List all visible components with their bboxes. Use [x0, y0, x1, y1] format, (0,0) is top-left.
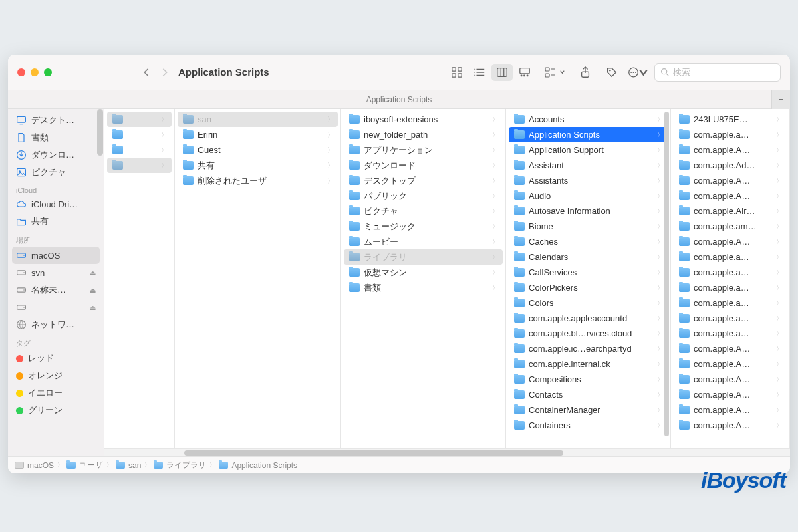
folder-row[interactable]: CallServices〉	[509, 265, 668, 280]
sidebar-item[interactable]: オレンジ	[12, 367, 100, 384]
sidebar-item[interactable]: 書類	[12, 129, 100, 146]
folder-row[interactable]: com.apple.Air…〉	[674, 203, 787, 219]
horizontal-scrollbar[interactable]	[104, 448, 790, 456]
path-segment[interactable]: ユーザ	[79, 460, 103, 471]
folder-row[interactable]: com.apple.A…〉	[674, 188, 787, 203]
close-button[interactable]	[17, 68, 25, 76]
folder-row[interactable]: Guest〉	[178, 142, 338, 158]
folder-row[interactable]: Assistant〉	[509, 158, 668, 173]
folder-row[interactable]: Colors〉	[509, 295, 668, 311]
path-segment[interactable]: ライブラリ	[166, 460, 206, 471]
sidebar-item[interactable]: macOS	[12, 247, 100, 264]
folder-row[interactable]: com.apple.A…〉	[674, 402, 787, 418]
tag-button[interactable]	[601, 64, 622, 81]
folder-row[interactable]: 共有〉	[178, 158, 338, 173]
gallery-view-button[interactable]	[514, 64, 535, 81]
minimize-button[interactable]	[31, 68, 39, 76]
folder-row[interactable]: 書類〉	[344, 280, 503, 295]
sidebar-item[interactable]: デスクト…	[12, 112, 100, 129]
action-menu-button[interactable]	[628, 64, 649, 81]
folder-row[interactable]: 仮想マシン〉	[344, 265, 503, 280]
folder-row[interactable]: ムービー〉	[344, 234, 503, 249]
sidebar-item[interactable]: レッド	[12, 350, 100, 367]
folder-row[interactable]: Calendars〉	[509, 249, 668, 265]
sidebar-item[interactable]: 名称未…⏏	[12, 281, 100, 299]
folder-row[interactable]: com.apple.am…〉	[674, 219, 787, 234]
folder-row[interactable]: Application Support〉	[509, 142, 668, 158]
folder-row[interactable]: com.apple.A…〉	[674, 173, 787, 188]
folder-row[interactable]: new_folder_path〉	[344, 127, 503, 142]
folder-row[interactable]: アプリケーション〉	[344, 142, 503, 158]
sidebar-item[interactable]: グリーン	[12, 402, 100, 419]
folder-row[interactable]: Application Scripts〉	[509, 127, 668, 142]
sidebar-item[interactable]: ダウンロ…	[12, 146, 100, 164]
path-segment[interactable]: san	[128, 461, 141, 470]
folder-row[interactable]: com.apple.a…〉	[674, 311, 787, 326]
eject-icon[interactable]: ⏏	[90, 304, 96, 311]
folder-row[interactable]: com.apple.A…〉	[674, 387, 787, 402]
folder-row[interactable]: ライブラリ〉	[344, 249, 503, 265]
group-by-button[interactable]	[545, 66, 565, 78]
sidebar-item[interactable]: svn⏏	[12, 264, 100, 281]
folder-row[interactable]: ダウンロード〉	[344, 158, 503, 173]
folder-row[interactable]: Biome〉	[509, 219, 668, 234]
list-view-button[interactable]	[469, 64, 490, 81]
folder-row[interactable]: Caches〉	[509, 234, 668, 249]
zoom-button[interactable]	[44, 68, 52, 76]
folder-row[interactable]: Assistants〉	[509, 173, 668, 188]
folder-row[interactable]: Containers〉	[509, 418, 668, 433]
sidebar-item[interactable]: 共有	[12, 213, 100, 230]
folder-row[interactable]: com.apple.a…〉	[674, 127, 787, 142]
folder-row[interactable]: com.apple.A…〉	[674, 418, 787, 433]
folder-row[interactable]: com.apple.A…〉	[674, 142, 787, 158]
folder-row[interactable]: 〉	[107, 142, 172, 158]
sidebar-item[interactable]: ネットワ…	[12, 316, 100, 333]
sidebar-item[interactable]: イエロー	[12, 384, 100, 402]
folder-row[interactable]: com.apple.a…〉	[674, 249, 787, 265]
column-scrollbar[interactable]	[664, 112, 669, 436]
share-button[interactable]	[575, 64, 596, 81]
folder-row[interactable]: ColorPickers〉	[509, 280, 668, 295]
eject-icon[interactable]: ⏏	[90, 287, 96, 294]
folder-row[interactable]: com.apple.a…〉	[674, 326, 787, 341]
folder-row[interactable]: com.apple.A…〉	[674, 356, 787, 372]
folder-row[interactable]: Audio〉	[509, 188, 668, 203]
folder-row[interactable]: com.apple.Ad…〉	[674, 158, 787, 173]
new-tab-button[interactable]: +	[771, 90, 790, 109]
folder-row[interactable]: com.apple.a…〉	[674, 265, 787, 280]
folder-row[interactable]: com.apple.A…〉	[674, 234, 787, 249]
folder-row[interactable]: デスクトップ〉	[344, 173, 503, 188]
sidebar-item[interactable]: ⏏	[12, 299, 100, 316]
folder-row[interactable]: san〉	[178, 112, 338, 127]
folder-row[interactable]: com.apple.bl…rvices.cloud〉	[509, 326, 668, 341]
folder-row[interactable]: com.apple.internal.ck〉	[509, 356, 668, 372]
folder-row[interactable]: com.apple.ic…earchpartyd〉	[509, 341, 668, 356]
folder-row[interactable]: ミュージック〉	[344, 219, 503, 234]
path-segment[interactable]: macOS	[27, 461, 54, 470]
folder-row[interactable]: com.apple.A…〉	[674, 372, 787, 387]
column-view-button[interactable]	[491, 64, 513, 81]
folder-row[interactable]: Contacts〉	[509, 387, 668, 402]
folder-row[interactable]: ContainerManager〉	[509, 402, 668, 418]
folder-row[interactable]: com.apple.appleaccountd〉	[509, 311, 668, 326]
folder-row[interactable]: com.apple.A…〉	[674, 341, 787, 356]
icon-view-button[interactable]	[446, 64, 467, 81]
search-input[interactable]: 検索	[654, 63, 781, 82]
folder-row[interactable]: パブリック〉	[344, 188, 503, 203]
folder-row[interactable]: 〉	[107, 112, 172, 127]
folder-row[interactable]: 〉	[107, 158, 172, 173]
folder-row[interactable]: 243LU875E…〉	[674, 112, 787, 127]
folder-row[interactable]: com.apple.a…〉	[674, 295, 787, 311]
sidebar-scrollbar[interactable]	[97, 109, 103, 156]
path-segment[interactable]: Application Scripts	[231, 461, 297, 470]
folder-row[interactable]: iboysoft-extensions〉	[344, 112, 503, 127]
sidebar-item[interactable]: ピクチャ	[12, 164, 100, 181]
folder-row[interactable]: ピクチャ〉	[344, 203, 503, 219]
folder-row[interactable]: Eririn〉	[178, 127, 338, 142]
back-button[interactable]	[137, 63, 156, 82]
folder-row[interactable]: Accounts〉	[509, 112, 668, 127]
folder-row[interactable]: Autosave Information〉	[509, 203, 668, 219]
folder-row[interactable]: 〉	[107, 127, 172, 142]
folder-row[interactable]: Compositions〉	[509, 372, 668, 387]
eject-icon[interactable]: ⏏	[90, 269, 96, 277]
